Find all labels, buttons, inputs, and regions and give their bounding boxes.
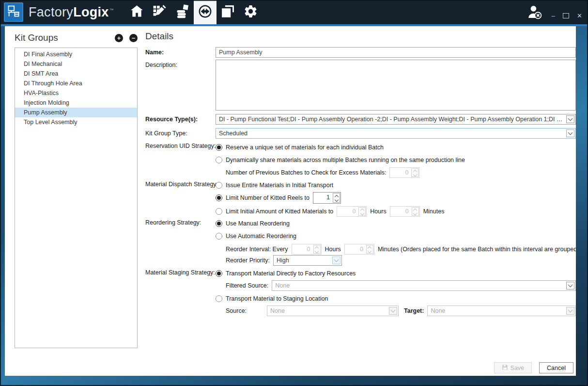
app-window: FactoryLogix™ [0, 0, 588, 386]
radio-button[interactable] [216, 208, 222, 215]
spinner-up-down-icon [366, 245, 373, 254]
chevron-down-icon [389, 307, 397, 315]
radio-dynamically-share[interactable]: Dynamically share materials across multi… [216, 157, 465, 163]
radio-button[interactable] [216, 220, 222, 227]
radio-transport-to-staging[interactable]: Transport Material to Staging Location [216, 295, 328, 302]
dispatch-strategy-label: Material Dispatch Strategy: [145, 181, 218, 188]
list-item[interactable]: DI Final Assembly [15, 49, 137, 59]
chevron-down-icon[interactable] [332, 257, 340, 264]
initial-minutes-spinner: 0 [390, 206, 420, 217]
resource-types-label: Resource Type(s): [145, 116, 198, 123]
name-label: Name: [145, 49, 164, 56]
interval-note: Minutes (Orders placed for the same Batc… [378, 246, 576, 253]
nav-home-button[interactable] [125, 0, 148, 24]
spinner-up-down-icon [358, 207, 366, 216]
resource-types-combobox[interactable]: DI - Pump Functional Test;DI - Pump Asse… [216, 114, 576, 125]
radio-button[interactable] [216, 157, 222, 163]
previous-batches-label: Number of Previous Batches to Check for … [226, 169, 386, 176]
details-panel: Details Name: Pump Assembly Description:… [145, 26, 576, 376]
titlebar-right: – ✕ [526, 0, 582, 24]
save-floppy-icon [502, 364, 508, 372]
radio-button[interactable] [216, 144, 222, 151]
remove-kit-group-button[interactable]: − [129, 34, 138, 42]
minutes-label: Minutes [423, 208, 445, 215]
chevron-down-icon[interactable] [566, 129, 574, 137]
reordering-strategy-label: Reordering Strategy: [145, 219, 201, 226]
nav-materials-button[interactable] [171, 0, 194, 24]
radio-transport-directly[interactable]: Transport Material Directly to Factory R… [216, 270, 356, 277]
name-input[interactable]: Pump Assembly [216, 47, 576, 58]
staging-strategy-label: Material Staging Strategy: [145, 269, 215, 276]
list-item[interactable]: Top Level Assembly [15, 117, 137, 127]
kit-group-type-label: Kit Group Type: [145, 130, 187, 137]
hours-label: Hours [370, 208, 386, 215]
nav-logistics-button[interactable] [194, 0, 217, 24]
nav-settings-button[interactable] [239, 0, 262, 24]
filtered-source-label: Filtered Source: [226, 282, 268, 289]
user-logout-icon [526, 14, 543, 22]
list-item[interactable]: HVA-Plastics [15, 88, 137, 98]
home-icon [129, 4, 144, 21]
kit-group-type-combobox[interactable]: Scheduled [216, 128, 576, 139]
desk-icon [7, 4, 20, 20]
previous-batches-spinner: 0 [389, 167, 419, 178]
chevron-down-icon[interactable] [566, 115, 574, 123]
grid-pencil-icon [152, 4, 167, 21]
source-label: Source: [226, 307, 263, 314]
save-button[interactable]: Save [494, 362, 532, 373]
main-navigation [125, 0, 262, 24]
reorder-priority-combobox[interactable]: High [273, 255, 342, 266]
description-textarea[interactable] [216, 60, 576, 111]
window-controls: – ✕ [552, 13, 582, 19]
spinner-up-down-icon[interactable] [333, 193, 340, 203]
radio-reserve-unique-set[interactable]: Reserve a unique set of materials for ea… [216, 144, 384, 151]
radio-automatic-reordering[interactable]: Use Automatic Reordering [216, 233, 296, 240]
interval-minutes-spinner: 0 [344, 244, 374, 255]
radio-button[interactable] [216, 194, 222, 201]
filtered-source-combobox[interactable]: None [272, 280, 576, 291]
logout-user-button[interactable] [526, 4, 543, 22]
spinner-up-down-icon [313, 245, 321, 254]
minimize-button[interactable]: – [552, 13, 555, 19]
description-label: Description: [145, 62, 177, 68]
cancel-button[interactable]: Cancel [539, 362, 573, 373]
details-title: Details [145, 31, 173, 42]
windows-report-icon [220, 4, 235, 21]
list-item[interactable]: DI Mechanical [15, 59, 137, 69]
interval-hours-spinner: 0 [292, 244, 322, 255]
titlebar: FactoryLogix™ [0, 0, 588, 24]
add-kit-group-button[interactable]: + [115, 34, 123, 42]
source-combobox: None [267, 306, 399, 316]
materials-stack-icon [175, 4, 190, 21]
list-item[interactable]: Injection Molding [15, 98, 137, 108]
main-content: Kit Groups + − DI Final Assembly DI Mech… [5, 26, 576, 376]
spinner-up-down-icon [411, 168, 418, 177]
radio-button[interactable] [216, 182, 222, 189]
spinner-up-down-icon [412, 207, 419, 216]
reorder-interval-label: Reorder Interval: Every [226, 246, 288, 253]
maximize-button[interactable] [563, 13, 569, 18]
radio-limit-kitted-reels[interactable]: Limit Number of Kitted Reels to [216, 194, 309, 201]
plus-icon: + [117, 35, 121, 41]
list-item[interactable]: DI Through Hole Area [15, 79, 137, 88]
chevron-down-icon [566, 307, 574, 315]
radio-manual-reordering[interactable]: Use Manual Reordering [216, 220, 290, 227]
kit-groups-title: Kit Groups [15, 32, 108, 43]
list-item-selected[interactable]: Pump Assembly [15, 108, 137, 117]
nav-engineering-button[interactable] [148, 0, 171, 24]
radio-button[interactable] [216, 270, 222, 277]
minus-icon: − [132, 35, 136, 41]
radio-button[interactable] [216, 233, 222, 240]
nav-reports-button[interactable] [217, 0, 239, 24]
close-button[interactable]: ✕ [577, 13, 582, 19]
kit-groups-sidebar: Kit Groups + − DI Final Assembly DI Mech… [5, 26, 145, 376]
radio-limit-initial-amount[interactable]: Limit Initial Amount of Kitted Materials… [216, 208, 333, 215]
reorder-priority-label: Reorder Priority: [226, 257, 270, 264]
chevron-down-icon[interactable] [566, 282, 574, 290]
kit-groups-list: DI Final Assembly DI Mechanical DI SMT A… [15, 48, 138, 348]
kitted-reels-spinner[interactable]: 1 [313, 192, 341, 204]
list-item[interactable]: DI SMT Area [15, 69, 137, 79]
transport-arrows-icon [198, 4, 213, 21]
radio-issue-entire-materials[interactable]: Issue Entire Materials in Initial Transp… [216, 182, 333, 189]
radio-button[interactable] [216, 295, 222, 302]
